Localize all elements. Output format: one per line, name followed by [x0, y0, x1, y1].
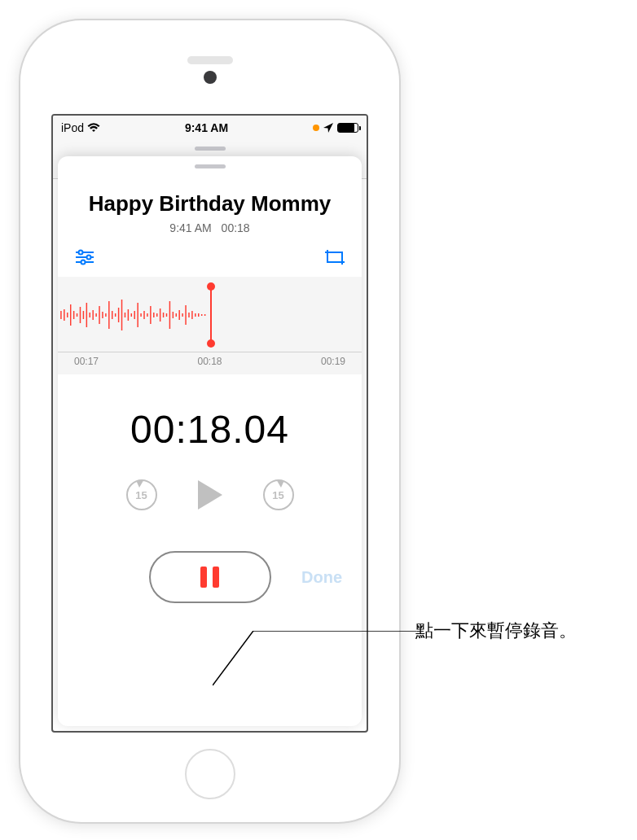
svg-rect-6: [327, 252, 342, 262]
pause-icon: [213, 567, 219, 588]
svg-point-3: [79, 251, 83, 255]
waveform-area[interactable]: 00:17 00:18 00:19: [58, 277, 362, 374]
screen: iPod 9:41 AM Happy Birthday Mommy 9:41 A…: [51, 114, 368, 733]
options-icon[interactable]: [74, 249, 95, 265]
device-speaker: [187, 56, 233, 64]
pause-recording-button[interactable]: [149, 551, 271, 603]
battery-icon: [337, 123, 358, 133]
trim-icon[interactable]: [324, 249, 345, 265]
ruler-tick: 00:18: [197, 356, 222, 374]
recording-sheet: Happy Birthday Mommy 9:41 AM 00:18 00:17: [58, 156, 362, 726]
pause-icon: [200, 567, 207, 588]
callout-pause: 點一下來暫停錄音。: [415, 619, 577, 643]
recording-title[interactable]: Happy Birthday Mommy: [58, 191, 362, 217]
elapsed-time: 00:18.04: [58, 407, 362, 452]
recording-indicator-icon: [313, 125, 319, 131]
skip-forward-15-button[interactable]: 15: [263, 479, 294, 510]
waveform-icon: [58, 295, 210, 335]
play-button[interactable]: [198, 480, 222, 510]
device-camera: [204, 71, 217, 84]
ruler-tick: 00:17: [74, 356, 99, 374]
done-button[interactable]: Done: [301, 568, 342, 587]
status-time: 9:41 AM: [185, 121, 228, 134]
sheet-grabber[interactable]: [195, 164, 226, 168]
svg-point-5: [81, 260, 86, 265]
svg-point-4: [87, 256, 91, 260]
playback-controls: 15 15: [58, 479, 362, 510]
carrier-label: iPod: [61, 121, 84, 134]
device-frame: iPod 9:41 AM Happy Birthday Mommy 9:41 A…: [20, 20, 399, 822]
time-ruler: 00:17 00:18 00:19: [58, 352, 362, 374]
playhead-icon[interactable]: [210, 287, 212, 343]
wifi-icon: [87, 123, 100, 133]
ruler-tick: 00:19: [321, 356, 345, 374]
status-bar: iPod 9:41 AM: [53, 116, 367, 140]
recording-meta: 9:41 AM 00:18: [58, 221, 362, 234]
home-button[interactable]: [185, 749, 235, 799]
recording-duration-label: 00:18: [222, 221, 250, 234]
recording-time-label: 9:41 AM: [169, 221, 211, 234]
location-icon: [323, 123, 333, 133]
skip-back-15-button[interactable]: 15: [126, 479, 157, 510]
